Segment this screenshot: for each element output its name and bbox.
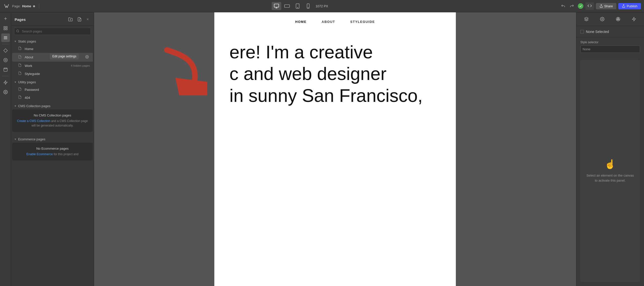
search-wrap: [14, 28, 91, 35]
undo-btn[interactable]: [559, 2, 567, 10]
svg-rect-11: [6, 26, 7, 28]
assets-btn[interactable]: [1, 65, 10, 74]
page-label: Page:: [12, 4, 21, 8]
page-item-home[interactable]: Home: [12, 45, 93, 53]
svg-marker-21: [4, 81, 7, 85]
device-tablet-btn[interactable]: [293, 2, 302, 10]
page-name-password: Password: [25, 88, 90, 92]
nav-about[interactable]: ABOUT: [322, 20, 335, 24]
page-item-styleguide[interactable]: Styleguide: [12, 70, 93, 78]
page-name-home: Home: [25, 47, 90, 51]
page-file-icon-password: [18, 87, 23, 92]
page-item-password[interactable]: Password: [12, 86, 93, 94]
code-btn[interactable]: [585, 3, 594, 10]
pages-btn[interactable]: [1, 33, 10, 42]
svg-point-27: [17, 30, 19, 32]
nav-home[interactable]: HOME: [295, 20, 307, 24]
nav-styleguide[interactable]: STYLEGUIDE: [350, 20, 375, 24]
left-toolbar: [0, 12, 11, 286]
ecommerce-link[interactable]: Enable Ecommerce: [26, 152, 53, 156]
empty-panel-text: Select an element on the canvas to activ…: [585, 173, 635, 183]
logo: [3, 3, 10, 10]
ecommerce-label: Ecommerce pages: [18, 137, 45, 141]
search-bar: [11, 26, 94, 37]
style-selector-label: Style selector: [580, 40, 640, 44]
svg-line-28: [18, 32, 19, 32]
static-pages-section-header[interactable]: ▼ Static pages: [11, 37, 94, 45]
svg-marker-37: [632, 17, 636, 21]
toolbar-divider-2: [2, 76, 9, 76]
ecommerce-pages-section-header[interactable]: ▼ Ecommerce pages: [11, 135, 94, 143]
page-name-styleguide: Styleguide: [25, 72, 90, 76]
svg-rect-12: [6, 29, 7, 30]
cms-empty-title: No CMS Collection pages: [16, 113, 89, 117]
style-selector-dropdown[interactable]: None: [580, 46, 640, 53]
rp-style-btn[interactable]: [582, 15, 591, 23]
svg-point-18: [4, 58, 7, 62]
hero-text-3: in sunny San Francisco,: [229, 85, 441, 106]
add-folder-btn[interactable]: [67, 16, 74, 23]
page-item-404[interactable]: 404: [12, 94, 93, 102]
hero-content: ere! I'm a creative c and web designer i…: [214, 31, 456, 116]
search-input[interactable]: [14, 28, 91, 35]
cms-btn[interactable]: [1, 56, 10, 64]
svg-point-34: [618, 18, 619, 19]
cms-pages-section-header[interactable]: ▼ CMS Collection pages: [11, 102, 94, 109]
undo-redo-group: [559, 2, 576, 10]
logic-btn[interactable]: [1, 78, 10, 87]
page-item-work[interactable]: Work 4 hidden pages: [12, 62, 93, 70]
none-selected-checkbox[interactable]: [580, 30, 584, 33]
settings-btn[interactable]: [1, 88, 10, 96]
svg-point-19: [5, 59, 6, 61]
canvas-area[interactable]: HOME ABOUT STYLEGUIDE ere! I'm a creativ…: [94, 12, 576, 286]
rp-settings-btn[interactable]: [598, 15, 607, 23]
page-file-icon-404: [18, 95, 23, 100]
publish-btn[interactable]: Publish: [618, 3, 641, 9]
device-controls: 1072 PX: [43, 2, 557, 10]
none-selected-label: None Selected: [586, 30, 609, 34]
share-btn[interactable]: Share: [596, 3, 617, 9]
static-pages-label: Static pages: [18, 39, 36, 43]
right-panel: None Selected Style selector None ☝ Sele…: [576, 12, 644, 286]
cms-pages-chevron: ▼: [14, 105, 17, 107]
cms-link[interactable]: Create a CMS Collection: [17, 119, 50, 123]
canvas-page: HOME ABOUT STYLEGUIDE ere! I'm a creativ…: [214, 12, 456, 286]
page-item-about[interactable]: About Edit page settings: [12, 53, 93, 62]
px-display: 1072 PX: [315, 4, 328, 8]
publish-label: Publish: [627, 4, 637, 8]
page-name: Home: [22, 4, 31, 8]
ecommerce-empty-body-text: for this project and: [54, 152, 78, 156]
svg-point-35: [619, 19, 619, 20]
svg-rect-0: [274, 4, 279, 7]
style-selector-section: Style selector None: [576, 37, 644, 56]
pages-list: ▼ Static pages Home About Edit page s: [11, 37, 94, 286]
close-panel-btn[interactable]: ×: [85, 17, 90, 22]
redo-btn[interactable]: [568, 2, 576, 10]
rp-color-btn[interactable]: [614, 15, 622, 23]
search-icon: [16, 29, 19, 33]
main-layout: Pages × ▼ Static pages: [0, 12, 644, 286]
device-mobile-btn[interactable]: [303, 2, 313, 10]
add-element-btn[interactable]: [1, 14, 10, 23]
navigator-btn[interactable]: [1, 24, 10, 32]
panel-header: Pages ×: [11, 12, 94, 26]
page-settings-gear[interactable]: [84, 55, 90, 60]
rp-interactions-btn[interactable]: [630, 15, 638, 23]
hero-text-2: c and web designer: [229, 63, 441, 85]
device-landscape-btn[interactable]: [282, 2, 292, 10]
page-badge-work: 4 hidden pages: [71, 64, 90, 67]
utility-pages-section-header[interactable]: ▼ Utility pages: [11, 78, 94, 86]
svg-point-36: [617, 19, 618, 20]
site-nav: HOME ABOUT STYLEGUIDE: [214, 12, 456, 31]
ecommerce-empty-body: Enable Ecommerce for this project and: [16, 152, 89, 156]
ecommerce-chevron: ▼: [14, 138, 17, 141]
components-btn[interactable]: [1, 46, 10, 55]
cms-empty-box: No CMS Collection pages Create a CMS Col…: [12, 109, 93, 132]
add-page-btn[interactable]: [76, 16, 83, 23]
topbar: Page: Home ● 1072 PX: [0, 0, 644, 12]
device-desktop-btn[interactable]: [272, 2, 281, 10]
svg-marker-17: [4, 49, 7, 53]
page-file-icon-styleguide: [18, 71, 23, 76]
svg-rect-1: [285, 5, 290, 8]
svg-point-31: [602, 19, 603, 20]
